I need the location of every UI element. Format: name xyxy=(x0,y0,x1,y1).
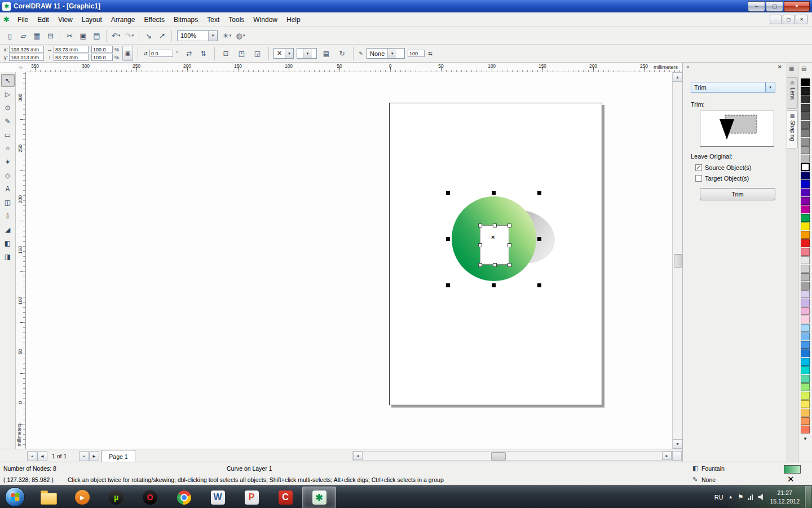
menu-item-view[interactable]: View xyxy=(54,14,77,26)
selection-handle[interactable] xyxy=(492,283,496,287)
action-center-icon[interactable]: ⚑ xyxy=(738,493,744,501)
menu-item-edit[interactable]: Edit xyxy=(33,14,54,26)
palette-swatch[interactable] xyxy=(801,400,810,408)
minimize-button[interactable]: – xyxy=(748,1,765,12)
object-height-field[interactable] xyxy=(54,54,89,61)
menu-item-layout[interactable]: Layout xyxy=(77,14,107,26)
horizontal-scrollbar[interactable]: ◄ ► xyxy=(352,451,672,461)
y-position-field[interactable] xyxy=(9,54,44,61)
curve-node[interactable] xyxy=(508,263,511,267)
curve-node[interactable] xyxy=(493,224,497,227)
hidden-icons-button[interactable]: ▲ xyxy=(729,494,733,500)
palette-swatch[interactable] xyxy=(801,112,810,120)
prop-detail-button-2[interactable]: ↻ xyxy=(336,47,348,60)
vertical-scroll-thumb[interactable] xyxy=(674,254,682,268)
curve-node[interactable] xyxy=(508,243,511,247)
palette-swatch[interactable] xyxy=(801,78,810,86)
open-button[interactable]: ▱ xyxy=(17,29,30,42)
curve-node[interactable] xyxy=(478,243,482,247)
trim-button[interactable]: Trim xyxy=(700,188,775,200)
shaping-mode-combobox[interactable]: Trim ▾ xyxy=(691,82,775,93)
polygon-tool[interactable]: ✶ xyxy=(1,155,15,168)
language-indicator[interactable]: RU xyxy=(714,494,723,501)
white-rectangle-shape[interactable] xyxy=(480,225,509,265)
prop-extra-button-3[interactable]: ◲ xyxy=(251,47,264,60)
doc-close-button[interactable]: ✕ xyxy=(796,15,807,24)
horizontal-scroll-thumb[interactable] xyxy=(491,452,506,461)
menu-item-text[interactable]: Text xyxy=(202,14,224,26)
source-objects-checkbox[interactable]: ✓ Source Object(s) xyxy=(695,164,752,171)
drawing-page[interactable]: × xyxy=(389,103,602,405)
palette-swatch[interactable] xyxy=(801,426,810,433)
palette-swatch[interactable] xyxy=(801,282,810,290)
palette-swatch[interactable] xyxy=(801,222,810,230)
vertical-ruler[interactable]: 300250200150100500 millimeters xyxy=(16,72,26,449)
palette-swatch[interactable] xyxy=(801,375,810,383)
selection-handle[interactable] xyxy=(446,191,450,195)
palette-swatch[interactable] xyxy=(801,307,810,315)
previous-page-button[interactable]: ◄ xyxy=(37,451,47,461)
curve-node[interactable] xyxy=(478,263,482,267)
palette-swatch[interactable] xyxy=(801,155,810,163)
basic-shapes-tool[interactable]: ◇ xyxy=(1,169,15,182)
zoom-tool[interactable]: ⊙ xyxy=(1,101,15,114)
menu-item-window[interactable]: Window xyxy=(249,14,282,26)
eyedropper-tool[interactable]: ⇩ xyxy=(1,209,15,222)
fill-tool[interactable]: ◧ xyxy=(1,237,15,249)
add-page-button[interactable]: + xyxy=(27,451,37,461)
scroll-up-button[interactable]: ▲ xyxy=(673,72,682,82)
palette-swatch[interactable] xyxy=(801,265,810,273)
palette-swatch[interactable] xyxy=(801,87,810,95)
canvas-area[interactable]: × xyxy=(26,72,672,449)
paste-button[interactable]: ▤ xyxy=(90,29,103,42)
palette-swatch[interactable] xyxy=(801,138,810,146)
mirror-horizontal-button[interactable]: ⇄ xyxy=(183,47,196,60)
palette-swatch[interactable] xyxy=(801,239,810,247)
save-button[interactable]: ▦ xyxy=(30,29,43,42)
menu-item-arrange[interactable]: Arrange xyxy=(107,14,140,26)
source-checkbox-box[interactable]: ✓ xyxy=(695,164,702,171)
zoom-level-combobox[interactable]: 100% ▾ xyxy=(177,30,218,41)
online-dropdown-icon[interactable]: ▾ xyxy=(243,33,245,38)
new-button[interactable]: ▯ xyxy=(3,29,16,42)
palette-swatch[interactable] xyxy=(801,205,810,213)
prop-extra-button-1[interactable]: ⊡ xyxy=(219,47,232,60)
palette-swatch[interactable] xyxy=(801,172,810,179)
nonproportional-scale-lock-button[interactable]: ▣ xyxy=(122,46,133,61)
menu-item-file[interactable]: File xyxy=(13,14,33,26)
line-style-combobox[interactable]: ▾ xyxy=(297,48,317,59)
palette-swatch[interactable] xyxy=(801,214,810,222)
outline-width-dropdown-icon[interactable]: ▾ xyxy=(285,49,293,58)
ellipse-tool[interactable]: ○ xyxy=(1,142,15,155)
outline-width-combobox[interactable]: ✕ ▾ xyxy=(273,48,294,59)
rectangle-tool[interactable]: ▭ xyxy=(1,128,15,141)
taskbar-item-coreldraw[interactable]: ✱ xyxy=(302,487,336,508)
menu-item-tools[interactable]: Tools xyxy=(224,14,249,26)
scale-y-field[interactable] xyxy=(91,54,113,61)
palette-scroll-down-icon[interactable]: ▼ xyxy=(803,436,807,441)
close-button[interactable]: ✕ xyxy=(784,1,810,12)
rotation-angle-field[interactable] xyxy=(149,50,173,57)
selection-handle[interactable] xyxy=(446,283,450,287)
palette-swatch[interactable] xyxy=(801,366,810,374)
show-desktop-button[interactable] xyxy=(805,486,811,508)
palette-swatch[interactable] xyxy=(801,358,810,366)
palette-swatch[interactable] xyxy=(801,104,810,112)
pick-tool[interactable]: ↖ xyxy=(1,74,15,87)
outline-tool[interactable]: ◢ xyxy=(1,223,15,236)
tab-lens[interactable]: ◎ Lens xyxy=(787,77,798,109)
next-page-button[interactable]: ► xyxy=(89,451,99,461)
scroll-right-button[interactable]: ► xyxy=(662,452,672,460)
palette-swatch[interactable] xyxy=(801,189,810,196)
palette-swatch[interactable] xyxy=(801,121,810,129)
target-checkbox-box[interactable]: ✓ xyxy=(695,175,702,182)
palette-swatch[interactable] xyxy=(801,146,810,154)
curve-node[interactable] xyxy=(508,224,511,227)
corel-online-button[interactable]: ◍▾ xyxy=(234,29,247,42)
prop-extra-button-2[interactable]: ◳ xyxy=(235,47,248,60)
palette-swatch[interactable] xyxy=(801,197,810,205)
palette-swatch[interactable] xyxy=(801,383,810,391)
export-button[interactable]: ↗ xyxy=(156,29,169,42)
redo-dropdown-icon[interactable]: ▾ xyxy=(132,33,134,38)
palette-swatch[interactable] xyxy=(801,392,810,400)
